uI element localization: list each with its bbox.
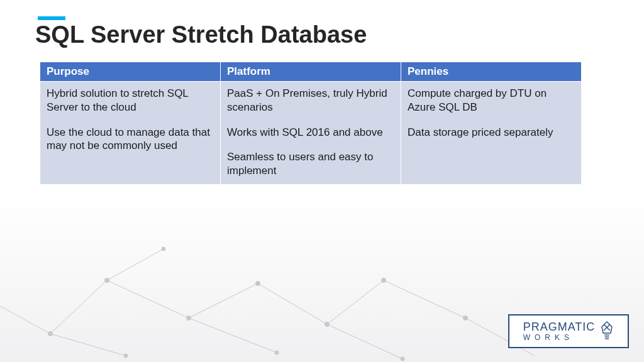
slide-title: SQL Server Stretch Database: [35, 21, 367, 48]
svg-point-20: [382, 278, 386, 283]
svg-line-7: [258, 283, 327, 324]
cell-text: Works with SQL 2016 and above: [227, 126, 394, 140]
cell-text: Use the cloud to manage data that may no…: [47, 126, 214, 153]
svg-line-2: [50, 334, 126, 356]
svg-line-10: [384, 280, 465, 318]
pragmatic-works-logo: PRAGMATIC WORKS: [508, 314, 629, 348]
svg-line-0: [0, 299, 50, 334]
header-platform: Platform: [221, 62, 401, 82]
logo-text: PRAGMATIC WORKS: [523, 321, 596, 341]
svg-line-9: [327, 324, 402, 359]
cell-text: Seamless to users and easy to implement: [227, 150, 394, 178]
svg-point-16: [187, 316, 191, 321]
svg-point-13: [105, 278, 109, 283]
logo-line1: PRAGMATIC: [523, 321, 596, 332]
cell-text: Compute charged by DTU on Azure SQL DB: [408, 87, 575, 114]
svg-line-6: [189, 318, 277, 353]
table-header-row: Purpose Platform Pennies: [40, 62, 582, 82]
svg-point-22: [464, 316, 468, 321]
header-purpose: Purpose: [40, 62, 221, 82]
cell-platform: PaaS + On Premises, truly Hybrid scenari…: [221, 82, 401, 185]
svg-point-12: [48, 332, 53, 336]
cell-pennies: Compute charged by DTU on Azure SQL DB D…: [401, 82, 582, 185]
cell-text: PaaS + On Premises, truly Hybrid scenari…: [227, 87, 394, 114]
cell-purpose: Hybrid solution to stretch SQL Server to…: [40, 82, 221, 185]
accent-bar: [38, 16, 65, 20]
svg-point-19: [325, 322, 330, 327]
table-row: Hybrid solution to stretch SQL Server to…: [40, 82, 582, 185]
svg-line-1: [50, 280, 107, 334]
svg-line-3: [107, 280, 189, 318]
cell-text: Hybrid solution to stretch SQL Server to…: [47, 87, 214, 114]
header-pennies: Pennies: [401, 62, 582, 82]
svg-point-21: [401, 357, 404, 361]
comparison-table: Purpose Platform Pennies Hybrid solution…: [40, 62, 582, 185]
cell-text: Data storage priced separately: [408, 126, 575, 140]
svg-point-15: [162, 247, 165, 251]
svg-line-5: [189, 283, 258, 318]
svg-point-17: [256, 282, 260, 286]
svg-point-14: [124, 354, 128, 358]
logo-line2: WORKS: [523, 334, 596, 341]
lightbulb-icon: [600, 321, 614, 342]
svg-point-18: [275, 351, 279, 354]
svg-line-8: [327, 280, 384, 324]
svg-line-4: [107, 249, 164, 280]
